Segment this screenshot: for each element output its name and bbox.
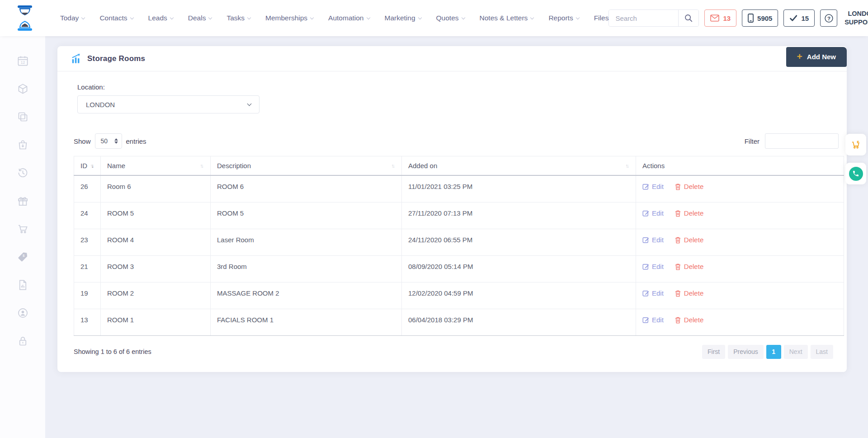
delete-button[interactable]: Delete — [675, 316, 703, 324]
cell-added-on: 12/02/2020 04:59 PM — [402, 282, 636, 309]
sidebar-item-staff[interactable] — [14, 305, 32, 321]
help-button[interactable]: ? — [820, 9, 837, 27]
edit-button[interactable]: Edit — [642, 263, 664, 270]
chevron-down-icon — [208, 15, 212, 19]
table-row: 26 Room 6 ROOM 6 11/01/2021 03:25 PM Edi… — [74, 175, 844, 202]
sidebar-item-security[interactable] — [14, 333, 32, 349]
sort-icon: ↑↓ — [626, 163, 630, 169]
sidebar-item-products[interactable] — [14, 80, 32, 97]
sidebar-item-gifts[interactable] — [14, 193, 32, 209]
column-header-id[interactable]: ID↑↓ — [74, 156, 101, 176]
edit-button[interactable]: Edit — [642, 209, 664, 217]
cell-id: 13 — [74, 309, 101, 335]
location-group: Location: LONDON — [74, 83, 844, 113]
cell-actions: Edit Delete — [636, 202, 844, 229]
sidebar-item-orders[interactable] — [14, 137, 32, 153]
page-title: Storage Rooms — [87, 54, 145, 63]
gift-icon — [17, 195, 29, 207]
cell-name: ROOM 3 — [101, 255, 211, 282]
svg-text:$: $ — [23, 254, 25, 258]
column-header-name[interactable]: Name↑↓ — [101, 156, 211, 176]
nav-item-memberships[interactable]: Memberships — [265, 14, 313, 22]
search-input[interactable] — [609, 10, 678, 26]
trash-icon — [675, 183, 681, 190]
search-icon — [684, 14, 693, 22]
add-new-button[interactable]: + Add New — [786, 47, 847, 67]
messages-badge[interactable]: 13 — [704, 9, 736, 27]
phone-float-button[interactable] — [845, 163, 866, 184]
cell-id: 26 — [74, 175, 101, 202]
delete-button[interactable]: Delete — [675, 289, 703, 297]
nav-item-files[interactable]: Files — [594, 14, 609, 22]
sidebar-item-reports[interactable] — [14, 277, 32, 293]
calls-badge[interactable]: 5905 — [742, 9, 778, 27]
pagination-first[interactable]: First — [702, 345, 725, 359]
cell-name: ROOM 1 — [101, 309, 211, 335]
delete-button[interactable]: Delete — [675, 236, 703, 244]
nav-item-contacts[interactable]: Contacts — [99, 14, 133, 22]
checkmark-icon — [789, 14, 797, 22]
nav-item-tasks[interactable]: Tasks — [226, 14, 250, 22]
storage-rooms-card: Storage Rooms + Add New Location: LONDON… — [57, 46, 847, 372]
edit-button[interactable]: Edit — [642, 289, 664, 297]
column-header-description[interactable]: Description↑↓ — [211, 156, 402, 176]
app-logo[interactable] — [15, 5, 35, 32]
table-row: 19 ROOM 2 MASSAGE ROOM 2 12/02/2020 04:5… — [74, 282, 844, 309]
user-menu[interactable]: LONDON SUPPORT — [844, 9, 868, 27]
pagination-previous[interactable]: Previous — [728, 345, 763, 359]
sidebar-item-cart[interactable] — [14, 221, 32, 237]
chevron-down-icon — [130, 15, 133, 19]
cell-actions: Edit Delete — [636, 255, 844, 282]
report-icon — [17, 279, 29, 291]
filter-input[interactable] — [765, 133, 839, 149]
delete-button[interactable]: Delete — [675, 263, 703, 270]
chevron-down-icon — [81, 15, 85, 19]
hourglass-logo-icon — [15, 5, 35, 31]
nav-item-reports[interactable]: Reports — [548, 14, 579, 22]
svg-text:?: ? — [827, 15, 830, 21]
tasks-badge[interactable]: 15 — [783, 9, 815, 27]
trash-icon — [675, 316, 681, 324]
pagination-next[interactable]: Next — [784, 345, 808, 359]
nav-item-today[interactable]: Today — [60, 14, 85, 22]
cell-actions: Edit Delete — [636, 175, 844, 202]
topbar: Today Contacts Leads Deals Tasks Members… — [0, 0, 868, 36]
delete-button[interactable]: Delete — [675, 209, 703, 217]
table-footer: Showing 1 to 6 of 6 entries First Previo… — [74, 345, 844, 359]
nav-item-marketing[interactable]: Marketing — [385, 14, 421, 22]
nav-item-automation[interactable]: Automation — [328, 14, 369, 22]
location-select[interactable]: LONDON — [77, 95, 259, 113]
search-box — [609, 9, 699, 27]
sidebar-item-history[interactable] — [14, 165, 32, 181]
chevron-down-icon — [530, 15, 534, 19]
edit-button[interactable]: Edit — [642, 316, 664, 324]
cell-description: MASSAGE ROOM 2 — [211, 282, 402, 309]
cell-description: 3rd Room — [211, 255, 402, 282]
lock-icon — [17, 335, 29, 347]
sidebar-item-calendar[interactable]: 12 — [14, 52, 32, 69]
pagination-page-1[interactable]: 1 — [766, 345, 781, 359]
delete-button[interactable]: Delete — [675, 183, 703, 190]
pagination-last[interactable]: Last — [811, 345, 833, 359]
cart-float-button[interactable] — [845, 134, 866, 155]
history-icon — [17, 167, 29, 179]
sidebar-item-duplicates[interactable] — [14, 108, 32, 125]
card-body: Location: LONDON Show 50 entries Filter — [57, 71, 847, 371]
page-length-select[interactable]: 50 — [95, 133, 122, 149]
nav-item-leads[interactable]: Leads — [148, 14, 173, 22]
nav-item-deals[interactable]: Deals — [188, 14, 212, 22]
cell-id: 23 — [74, 229, 101, 255]
cell-id: 19 — [74, 282, 101, 309]
cell-name: ROOM 4 — [101, 229, 211, 255]
edit-button[interactable]: Edit — [642, 183, 664, 190]
cell-actions: Edit Delete — [636, 229, 844, 255]
column-header-added-on[interactable]: Added on↑↓ — [402, 156, 636, 176]
cell-description: FACIALS ROOM 1 — [211, 309, 402, 335]
user-name: LONDON SUPPORT — [844, 9, 868, 27]
card-header: Storage Rooms + Add New — [57, 46, 847, 71]
sidebar-item-pricing[interactable]: $ — [14, 249, 32, 265]
nav-item-notes-letters[interactable]: Notes & Letters — [480, 14, 534, 22]
edit-button[interactable]: Edit — [642, 236, 664, 244]
search-button[interactable] — [678, 10, 698, 26]
nav-item-quotes[interactable]: Quotes — [436, 14, 465, 22]
